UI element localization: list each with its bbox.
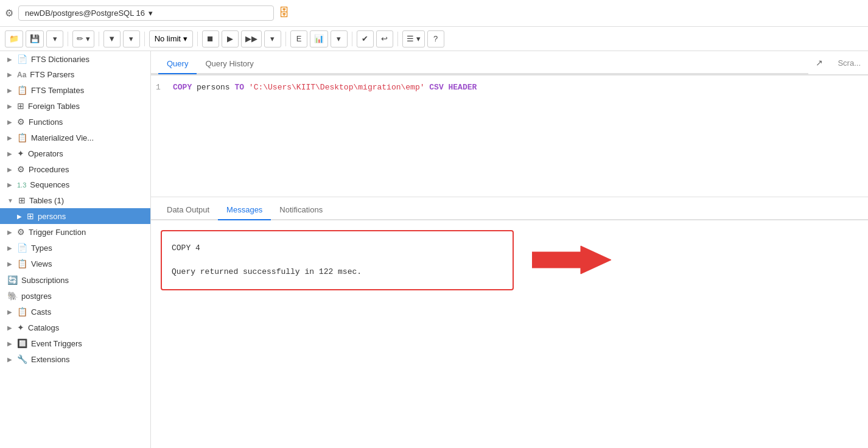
sidebar-item-postgres[interactable]: 🐘 postgres — [0, 288, 150, 304]
sidebar-item-types[interactable]: ▶ 📄 Types — [0, 240, 150, 256]
procedures-chevron: ▶ — [7, 166, 12, 173]
commit-button[interactable]: ✔ — [357, 30, 374, 47]
explain-button[interactable]: E — [290, 30, 307, 47]
sidebar-item-materialized-views[interactable]: ▶ 📋 Materialized Vie... — [0, 130, 150, 145]
types-chevron: ▶ — [7, 245, 12, 251]
foreign-tables-chevron: ▶ — [7, 103, 12, 110]
tab-notifications[interactable]: Notifications — [271, 200, 331, 220]
casts-chevron: ▶ — [7, 309, 12, 315]
tab-query[interactable]: Query — [158, 54, 197, 74]
sidebar-item-persons[interactable]: ▶ ⊞ persons — [0, 208, 150, 224]
run-button[interactable]: ▶ — [222, 30, 239, 47]
sidebar-item-operators[interactable]: ▶ ✦ Operators — [0, 145, 150, 161]
separator-4 — [197, 32, 198, 46]
db-brand-icon: 🗄 — [279, 7, 290, 19]
foreign-tables-label: Foreign Tables — [28, 102, 80, 111]
connection-dropdown[interactable]: newDB/postgres@PostgreSQL 16 ▾ — [18, 5, 274, 21]
functions-chevron: ▶ — [7, 119, 12, 125]
rollback-button[interactable]: ↩ — [376, 30, 393, 47]
connection-chevron: ▾ — [149, 9, 153, 18]
event-triggers-icon: 🔲 — [17, 338, 27, 348]
separator-7 — [397, 32, 398, 46]
sequences-chevron: ▶ — [7, 181, 12, 188]
fts-dict-label: FTS Dictionaries — [31, 55, 89, 64]
sequences-icon: 1.3 — [17, 181, 26, 189]
separator-5 — [285, 32, 286, 46]
fts-templates-label: FTS Templates — [31, 86, 84, 95]
sidebar-item-subscriptions[interactable]: 🔄 Subscriptions — [0, 271, 150, 288]
expand-icon[interactable]: ↗ — [808, 53, 830, 72]
line-numbers: 1 — [156, 83, 168, 189]
mat-views-icon: 📋 — [17, 133, 27, 142]
scratch-label[interactable]: Scra... — [830, 56, 868, 70]
connection-label: newDB/postgres@PostgreSQL 16 — [25, 9, 145, 18]
views-icon: 📋 — [17, 259, 27, 268]
extensions-label: Extensions — [31, 355, 70, 364]
query-tabs: Query Query History — [151, 51, 808, 74]
casts-label: Casts — [31, 307, 51, 317]
sidebar-item-catalogs[interactable]: ▶ ✦ Catalogs — [0, 320, 150, 335]
analyze-dropdown-button[interactable]: ▾ — [331, 30, 348, 47]
edit-button[interactable]: ✏ ▾ — [72, 30, 94, 47]
sidebar-item-casts[interactable]: ▶ 📋 Casts — [0, 304, 150, 320]
persons-icon: ⊞ — [27, 211, 34, 221]
sidebar-item-event-triggers[interactable]: ▶ 🔲 Event Triggers — [0, 335, 150, 351]
foreign-tables-icon: ⊞ — [17, 101, 24, 111]
sidebar-item-procedures[interactable]: ▶ ⚙ Procedures — [0, 161, 150, 177]
macros-button[interactable]: ☰ ▾ — [402, 30, 425, 47]
open-file-button[interactable]: 📁 — [5, 30, 23, 47]
no-limit-label: No limit — [155, 34, 181, 43]
code-options: CSV HEADER — [425, 83, 477, 92]
filter-button[interactable]: ▼ — [103, 30, 121, 47]
persons-label: persons — [38, 212, 66, 221]
code-keyword-to: TO — [234, 83, 244, 92]
fts-templates-chevron: ▶ — [7, 87, 12, 94]
persons-chevron: ▶ — [17, 213, 22, 220]
procedures-icon: ⚙ — [17, 164, 25, 174]
analyze-button[interactable]: 📊 — [310, 30, 328, 47]
save-dropdown-button[interactable]: ▾ — [46, 30, 63, 47]
sidebar-item-sequences[interactable]: ▶ 1.3 Sequences — [0, 177, 150, 192]
no-limit-select[interactable]: No limit ▾ — [149, 30, 193, 47]
help-button[interactable]: ? — [427, 30, 444, 47]
message-box: COPY 4 Query returned successfully in 12… — [161, 230, 514, 290]
stop-button[interactable]: ⏹ — [202, 30, 219, 47]
tables-chevron: ▼ — [7, 197, 13, 204]
tables-label: Tables (1) — [29, 196, 64, 205]
tables-icon: ⊞ — [18, 195, 26, 205]
sidebar-item-fts-templates[interactable]: ▶ 📋 FTS Templates — [0, 82, 150, 98]
fts-parsers-chevron: ▶ — [7, 71, 12, 78]
operators-chevron: ▶ — [7, 150, 12, 157]
separator-3 — [144, 32, 145, 46]
sidebar-item-fts-parsers[interactable]: ▶ Aa FTS Parsers — [0, 67, 150, 82]
fts-parsers-label: FTS Parsers — [30, 70, 74, 79]
sidebar-item-extensions[interactable]: ▶ 🔧 Extensions — [0, 351, 150, 367]
fts-templates-icon: 📋 — [17, 85, 27, 95]
operators-label: Operators — [28, 149, 63, 158]
views-label: Views — [31, 259, 52, 268]
sidebar-item-views[interactable]: ▶ 📋 Views — [0, 256, 150, 271]
sidebar-item-tables[interactable]: ▼ ⊞ Tables (1) — [0, 192, 150, 208]
postgres-icon: 🐘 — [7, 291, 18, 301]
run-script-button[interactable]: ▶▶ — [241, 30, 262, 47]
code-area[interactable]: 1 COPY persons TO 'C:\Users\KIIT\Desktop… — [151, 75, 868, 197]
catalogs-label: Catalogs — [28, 323, 59, 332]
sidebar-item-functions[interactable]: ▶ ⚙ Functions — [0, 114, 150, 130]
run-dropdown-button[interactable]: ▾ — [264, 30, 281, 47]
connection-icon: ⚙ — [5, 7, 13, 19]
messages-row: COPY 4 Query returned successfully in 12… — [161, 230, 858, 290]
tab-query-history[interactable]: Query History — [197, 54, 262, 74]
tab-messages[interactable]: Messages — [218, 200, 271, 220]
tab-data-output[interactable]: Data Output — [158, 200, 218, 220]
sidebar-item-trigger-function[interactable]: ▶ ⚙ Trigger Function — [0, 224, 150, 240]
fts-dict-icon: 📄 — [17, 54, 27, 64]
arrow-svg — [532, 245, 611, 275]
sidebar-item-foreign-tables[interactable]: ▶ ⊞ Foreign Tables — [0, 98, 150, 114]
operators-icon: ✦ — [17, 149, 24, 158]
filter-dropdown-button[interactable]: ▾ — [123, 30, 140, 47]
catalogs-icon: ✦ — [17, 323, 24, 332]
functions-icon: ⚙ — [17, 117, 25, 127]
sidebar-item-fts-dict[interactable]: ▶ 📄 FTS Dictionaries — [0, 51, 150, 67]
save-button[interactable]: 💾 — [26, 30, 44, 47]
main-layout: ▶ 📄 FTS Dictionaries ▶ Aa FTS Parsers ▶ … — [0, 51, 868, 448]
